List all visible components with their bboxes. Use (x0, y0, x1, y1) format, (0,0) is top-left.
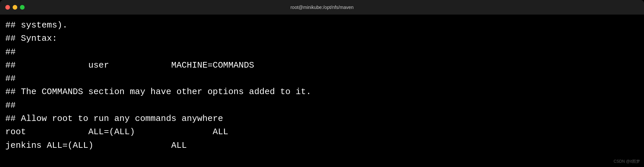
window-controls (5, 5, 25, 10)
terminal-line-6: ## The COMMANDS section may have other o… (5, 85, 639, 98)
terminal-line-5: ## (5, 72, 639, 85)
terminal-line-7: ## (5, 99, 639, 112)
terminal-line-3: ## (5, 45, 639, 59)
terminal-body[interactable]: ## systems). ## Syntax: ## ## user MACHI… (0, 15, 644, 167)
terminal-line-4: ## user MACHINE=COMMANDS (5, 59, 639, 72)
window-title: root@minikube:/opt/nfs/maven (290, 5, 354, 10)
watermark: CSDN @it图梦 (613, 159, 640, 164)
terminal-line-2: ## Syntax: (5, 32, 639, 45)
title-bar: root@minikube:/opt/nfs/maven (0, 0, 644, 15)
maximize-button[interactable] (20, 5, 25, 10)
terminal-window: root@minikube:/opt/nfs/maven ## systems)… (0, 0, 644, 167)
terminal-line-8: ## Allow root to run any commands anywhe… (5, 112, 639, 125)
terminal-line-10: jenkins ALL=(ALL) ALL (5, 139, 639, 152)
terminal-line-1: ## systems). (5, 19, 639, 32)
close-button[interactable] (5, 5, 10, 10)
minimize-button[interactable] (13, 5, 17, 10)
terminal-line-9: root ALL=(ALL) ALL (5, 125, 639, 139)
